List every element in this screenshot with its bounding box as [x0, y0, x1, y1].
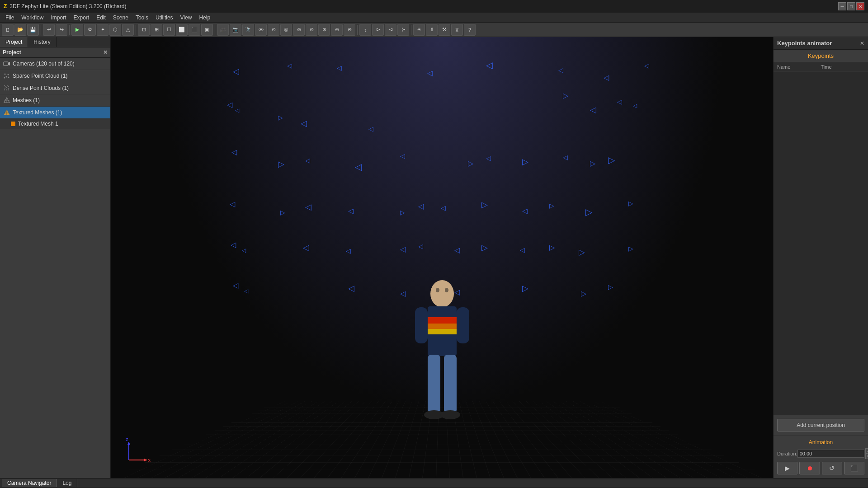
cam3d-5: ◁ — [486, 60, 493, 70]
tool-gcp[interactable]: ⊳ — [372, 24, 384, 36]
cam3d-29: ◁ — [230, 200, 235, 208]
tab-history[interactable]: History — [28, 37, 56, 47]
viewport[interactable]: ◁ ◁ ◁ ◁ ◁ ◁ ◁ ◁ ◁ ◁ ▷ ◁ ◁ ▷ ◁ ◁ ◁ ◁ ▷ ◁ … — [111, 37, 773, 478]
tool-cam11[interactable]: ⊝ — [344, 24, 355, 36]
tool-sel6[interactable]: ▣ — [201, 24, 213, 36]
cam3d-30: ▷ — [280, 209, 285, 216]
tool-sel1[interactable]: ⊡ — [138, 24, 150, 36]
reset-button[interactable]: ↺ — [822, 462, 842, 474]
tool-cam2[interactable]: 📷 — [230, 24, 241, 36]
tool-cam10[interactable]: ⊚ — [331, 24, 343, 36]
cam3d-54: ◁ — [244, 288, 248, 294]
tool-redo[interactable]: ↪ — [56, 24, 67, 36]
cam3d-49: ◁ — [520, 246, 525, 253]
duration-input[interactable] — [797, 450, 864, 458]
menu-file[interactable]: File — [2, 13, 18, 23]
tree-textured-meshes[interactable]: Textured Meshes (1) — [0, 107, 110, 119]
tool-scale[interactable]: ⊱ — [397, 24, 409, 36]
menu-export[interactable]: Export — [70, 13, 93, 23]
tree-sparse[interactable]: Sparse Point Cloud (1) — [0, 70, 110, 82]
keypoints-animator-close[interactable]: ✕ — [860, 40, 864, 47]
tool-cam5[interactable]: ⊙ — [268, 24, 279, 36]
menu-edit[interactable]: Edit — [93, 13, 109, 23]
minimize-button[interactable]: ─ — [838, 2, 846, 10]
menu-view[interactable]: View — [177, 13, 196, 23]
cam3d-19: ▷ — [278, 159, 284, 169]
tool-light[interactable]: ☀ — [413, 24, 425, 36]
tool-help[interactable]: ? — [464, 24, 476, 36]
tool-cam1[interactable]: 🎥 — [217, 24, 229, 36]
duration-up[interactable]: ▲ — [865, 448, 868, 454]
tree-cameras[interactable]: Cameras (120 out of 120) — [0, 58, 110, 70]
meshes-icon — [3, 96, 11, 104]
tab-log[interactable]: Log — [57, 479, 77, 487]
svg-point-13 — [8, 88, 9, 89]
tool-measure[interactable]: ↕ — [359, 24, 371, 36]
cam3d-56: ◁ — [400, 289, 406, 298]
tree-dense[interactable]: Dense Point Clouds (1) — [0, 82, 110, 94]
menu-workflow[interactable]: Workflow — [18, 13, 47, 23]
menu-scene[interactable]: Scene — [109, 13, 132, 23]
tool-cam8[interactable]: ⊘ — [306, 24, 317, 36]
tool-undo[interactable]: ↩ — [43, 24, 55, 36]
export-anim-button[interactable]: ⬛ — [844, 462, 864, 474]
tree-meshes[interactable]: Meshes (1) — [0, 94, 110, 107]
menu-tools[interactable]: Tools — [132, 13, 152, 23]
tool-cam9[interactable]: ⊛ — [318, 24, 330, 36]
tool-sel3[interactable]: ☐ — [163, 24, 175, 36]
record-button[interactable]: ⏺ — [799, 462, 820, 474]
tool-new[interactable]: 🗋 — [2, 24, 14, 36]
titlebar-controls[interactable]: ─ □ ✕ — [838, 2, 864, 10]
tool-filter[interactable]: ⧖ — [451, 24, 463, 36]
menu-help[interactable]: Help — [195, 13, 214, 23]
menu-utilities[interactable]: Utilities — [152, 13, 177, 23]
close-button[interactable]: ✕ — [856, 2, 864, 10]
menu-import[interactable]: Import — [47, 13, 70, 23]
tool-cam6[interactable]: ◎ — [280, 24, 292, 36]
app-icon: Z — [4, 3, 7, 9]
dense-label: Dense Point Clouds (1) — [13, 85, 108, 91]
cam3d-42: ◁ — [242, 247, 246, 253]
textured-mesh-dot — [11, 122, 15, 126]
tab-camera-navigator[interactable]: Camera Navigator — [2, 479, 57, 487]
play-button[interactable]: ▶ — [777, 462, 797, 474]
svg-point-35 — [445, 288, 448, 292]
tool-save[interactable]: 💾 — [27, 24, 39, 36]
tool-sparse[interactable]: ✦ — [97, 24, 108, 36]
tool-sel5[interactable]: ⬛ — [189, 24, 200, 36]
textured-mesh-1-label: Textured Mesh 1 — [18, 121, 108, 127]
duration-down[interactable]: ▼ — [865, 454, 868, 459]
tool-settings[interactable]: ⚒ — [439, 24, 450, 36]
tool-export2[interactable]: ⇧ — [426, 24, 438, 36]
cam3d-61: ▷ — [608, 283, 613, 291]
tool-cam3[interactable]: 🔭 — [242, 24, 254, 36]
tree-textured-mesh-1[interactable]: Textured Mesh 1 — [0, 119, 110, 129]
tab-project[interactable]: Project — [0, 37, 28, 47]
tool-mesh[interactable]: △ — [122, 24, 134, 36]
cam3d-39: ▷ — [585, 206, 592, 217]
svg-marker-40 — [127, 442, 130, 445]
cam3d-24: ◁ — [486, 155, 491, 162]
tool-run[interactable]: ▶ — [71, 24, 83, 36]
cam3d-20: ◁ — [305, 157, 310, 164]
svg-point-5 — [8, 77, 9, 78]
sep2 — [69, 25, 70, 35]
tool-align[interactable]: ⊲ — [385, 24, 396, 36]
tool-dense[interactable]: ⬡ — [109, 24, 121, 36]
cam3d-14: ▷ — [563, 91, 568, 100]
svg-point-7 — [4, 85, 5, 86]
add-current-position-button[interactable]: Add current position — [777, 419, 864, 432]
tool-open[interactable]: 📂 — [14, 24, 26, 36]
tool-workflow[interactable]: ⚙ — [84, 24, 96, 36]
tool-sel4[interactable]: ⬜ — [176, 24, 188, 36]
restore-button[interactable]: □ — [847, 2, 855, 10]
panel-close-button[interactable]: ✕ — [103, 49, 108, 56]
tool-cam4[interactable]: 👁 — [255, 24, 267, 36]
cam3d-4: ◁ — [427, 69, 433, 77]
cam3d-40: ▷ — [628, 200, 633, 207]
svg-point-34 — [436, 288, 439, 292]
tool-sel2[interactable]: ⊞ — [151, 24, 162, 36]
cam3d-1: ◁ — [233, 66, 239, 76]
cam3d-6: ◁ — [558, 66, 563, 74]
tool-cam7[interactable]: ⊗ — [293, 24, 305, 36]
